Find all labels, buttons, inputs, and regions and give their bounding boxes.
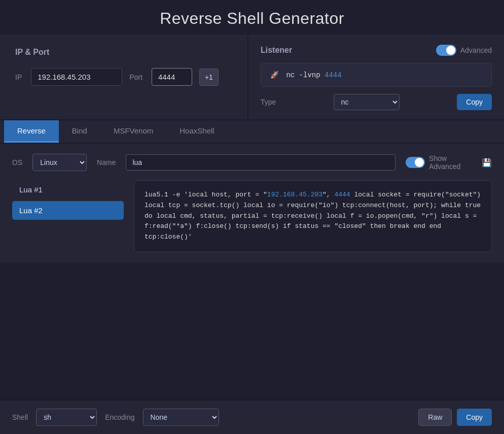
- advanced-label: Advanced: [460, 46, 492, 54]
- raw-button[interactable]: Raw: [418, 409, 452, 426]
- code-prefix: lua5.1 -e 'local host, port = ": [145, 191, 267, 198]
- tab-bind[interactable]: Bind: [59, 120, 100, 143]
- ip-port-title: IP & Port: [15, 48, 232, 57]
- port-label: Port: [129, 73, 142, 81]
- os-select[interactable]: Linux Windows Mac: [32, 154, 87, 171]
- show-advanced-label: Show Advanced: [429, 154, 478, 171]
- shell-list: Lua #1 Lua #2: [12, 180, 124, 252]
- advanced-toggle[interactable]: Advanced: [436, 45, 492, 56]
- os-label: OS: [12, 158, 22, 166]
- command-port: 4444: [325, 71, 342, 79]
- type-label: Type: [261, 98, 276, 106]
- name-label: Name: [97, 158, 116, 166]
- tab-msfvenom[interactable]: MSFVenom: [100, 120, 166, 143]
- advanced-toggle-switch[interactable]: [436, 45, 456, 56]
- main-content: OS Linux Windows Mac Name Show Advanced …: [0, 144, 504, 262]
- listener-command-box: 🚀 nc -lvnp 4444: [261, 63, 492, 87]
- command-icon: 🚀: [270, 71, 279, 79]
- ip-input[interactable]: [31, 68, 122, 86]
- port-input[interactable]: [152, 68, 192, 86]
- bottom-actions: Raw Copy: [418, 409, 492, 426]
- copy-button[interactable]: Copy: [457, 409, 492, 426]
- save-icon[interactable]: 💾: [482, 158, 492, 168]
- code-middle1: ",: [322, 191, 334, 198]
- encoding-select[interactable]: None Base64 URL: [143, 409, 219, 426]
- show-advanced-toggle[interactable]: [406, 157, 425, 168]
- code-port: 4444: [334, 191, 350, 198]
- encoding-label: Encoding: [105, 413, 134, 421]
- code-area: lua5.1 -e 'local host, port = "192.168.4…: [134, 180, 492, 252]
- type-select[interactable]: nc ncat pwncat: [334, 94, 400, 110]
- tab-hoaxshell[interactable]: HoaxShell: [166, 120, 227, 143]
- options-row: OS Linux Windows Mac Name Show Advanced …: [12, 154, 492, 171]
- shell-select[interactable]: sh bash zsh fish: [36, 409, 97, 426]
- tab-bar: Reverse Bind MSFVenom HoaxShell: [0, 120, 504, 144]
- page-title: Reverse Shell Generator: [0, 0, 504, 36]
- shell-label: Shell: [12, 413, 28, 421]
- listener-copy-button[interactable]: Copy: [457, 94, 492, 110]
- command-text: nc -lvnp: [286, 71, 325, 79]
- show-advanced-row: Show Advanced 💾: [406, 154, 492, 171]
- tab-reverse[interactable]: Reverse: [4, 120, 59, 143]
- increment-button[interactable]: +1: [199, 69, 219, 86]
- shell-item-lua1[interactable]: Lua #1: [12, 180, 124, 199]
- ip-label: IP: [15, 73, 22, 81]
- ip-port-panel: IP & Port IP Port +1: [0, 36, 248, 119]
- shell-item-lua2[interactable]: Lua #2: [12, 201, 124, 220]
- listener-panel: Listener Advanced 🚀 nc -lvnp 4444 Type n…: [248, 36, 504, 119]
- name-input[interactable]: [126, 154, 395, 171]
- listener-title: Listener: [261, 46, 292, 55]
- shell-code-row: Lua #1 Lua #2 lua5.1 -e 'local host, por…: [12, 180, 492, 252]
- code-ip: 192.168.45.203: [267, 191, 322, 198]
- bottom-bar: Shell sh bash zsh fish Encoding None Bas…: [0, 399, 504, 434]
